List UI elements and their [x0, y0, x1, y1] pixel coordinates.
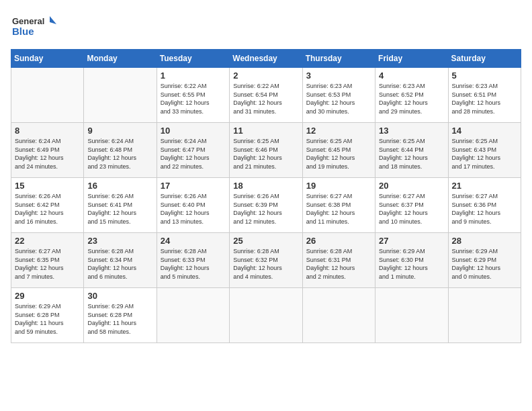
calendar-cell: 3Sunrise: 6:23 AMSunset: 6:53 PMDaylight…	[302, 68, 375, 123]
calendar-week-1: 8Sunrise: 6:24 AMSunset: 6:49 PMDaylight…	[11, 123, 521, 178]
svg-marker-2	[50, 16, 56, 24]
day-number: 25	[233, 236, 298, 246]
calendar-cell: 10Sunrise: 6:24 AMSunset: 6:47 PMDayligh…	[157, 123, 229, 178]
calendar-cell: 21Sunrise: 6:27 AMSunset: 6:36 PMDayligh…	[448, 178, 521, 233]
day-info: Sunrise: 6:25 AMSunset: 6:43 PMDaylight:…	[452, 138, 501, 170]
day-info: Sunrise: 6:24 AMSunset: 6:49 PMDaylight:…	[15, 138, 64, 170]
calendar-cell: 23Sunrise: 6:28 AMSunset: 6:34 PMDayligh…	[84, 233, 157, 288]
calendar-cell	[84, 68, 157, 123]
calendar-cell: 12Sunrise: 6:25 AMSunset: 6:45 PMDayligh…	[302, 123, 375, 178]
calendar-cell: 5Sunrise: 6:23 AMSunset: 6:51 PMDaylight…	[448, 68, 521, 123]
day-info: Sunrise: 6:22 AMSunset: 6:55 PMDaylight:…	[161, 83, 210, 115]
calendar-cell: 18Sunrise: 6:26 AMSunset: 6:39 PMDayligh…	[230, 178, 302, 233]
calendar-cell: 28Sunrise: 6:29 AMSunset: 6:29 PMDayligh…	[448, 233, 521, 288]
calendar-cell: 13Sunrise: 6:25 AMSunset: 6:44 PMDayligh…	[375, 123, 448, 178]
day-number: 21	[452, 181, 517, 191]
day-info: Sunrise: 6:25 AMSunset: 6:44 PMDaylight:…	[379, 138, 428, 170]
day-info: Sunrise: 6:29 AMSunset: 6:28 PMDaylight:…	[87, 303, 136, 335]
day-number: 14	[452, 126, 517, 136]
day-info: Sunrise: 6:28 AMSunset: 6:31 PMDaylight:…	[306, 248, 355, 280]
day-number: 17	[161, 181, 226, 191]
calendar-cell	[11, 68, 84, 123]
day-number: 27	[379, 236, 444, 246]
day-info: Sunrise: 6:24 AMSunset: 6:47 PMDaylight:…	[161, 138, 210, 170]
header-wednesday: Wednesday	[230, 50, 302, 68]
calendar-cell: 15Sunrise: 6:26 AMSunset: 6:42 PMDayligh…	[11, 178, 84, 233]
day-number: 23	[87, 236, 152, 246]
day-number: 15	[15, 181, 80, 191]
day-info: Sunrise: 6:22 AMSunset: 6:54 PMDaylight:…	[233, 83, 282, 115]
day-number: 28	[452, 236, 517, 246]
day-info: Sunrise: 6:24 AMSunset: 6:48 PMDaylight:…	[87, 138, 136, 170]
day-info: Sunrise: 6:27 AMSunset: 6:37 PMDaylight:…	[379, 193, 428, 225]
day-number: 4	[379, 71, 444, 81]
calendar-cell	[230, 288, 302, 343]
day-info: Sunrise: 6:29 AMSunset: 6:28 PMDaylight:…	[15, 303, 64, 335]
logo: General Blue	[11, 11, 58, 41]
day-number: 30	[87, 291, 152, 301]
logo-svg: General Blue	[11, 11, 58, 41]
calendar-cell: 11Sunrise: 6:25 AMSunset: 6:46 PMDayligh…	[230, 123, 302, 178]
calendar-cell: 24Sunrise: 6:28 AMSunset: 6:33 PMDayligh…	[157, 233, 229, 288]
day-number: 1	[161, 71, 226, 81]
day-info: Sunrise: 6:26 AMSunset: 6:42 PMDaylight:…	[15, 193, 64, 225]
header-friday: Friday	[375, 50, 448, 68]
day-number: 22	[15, 236, 80, 246]
day-number: 5	[452, 71, 517, 81]
day-number: 29	[15, 291, 80, 301]
calendar-week-4: 29Sunrise: 6:29 AMSunset: 6:28 PMDayligh…	[11, 288, 521, 343]
day-info: Sunrise: 6:27 AMSunset: 6:35 PMDaylight:…	[15, 248, 64, 280]
day-info: Sunrise: 6:28 AMSunset: 6:33 PMDaylight:…	[161, 248, 210, 280]
header-saturday: Saturday	[448, 50, 521, 68]
day-info: Sunrise: 6:27 AMSunset: 6:38 PMDaylight:…	[306, 193, 355, 225]
day-info: Sunrise: 6:28 AMSunset: 6:32 PMDaylight:…	[233, 248, 282, 280]
day-number: 19	[306, 181, 371, 191]
calendar-week-2: 15Sunrise: 6:26 AMSunset: 6:42 PMDayligh…	[11, 178, 521, 233]
calendar-cell	[448, 288, 521, 343]
calendar-cell	[157, 288, 229, 343]
header-sunday: Sunday	[11, 50, 84, 68]
day-info: Sunrise: 6:29 AMSunset: 6:30 PMDaylight:…	[379, 248, 428, 280]
day-number: 20	[379, 181, 444, 191]
day-number: 9	[87, 126, 152, 136]
calendar-cell: 4Sunrise: 6:23 AMSunset: 6:52 PMDaylight…	[375, 68, 448, 123]
calendar-cell: 26Sunrise: 6:28 AMSunset: 6:31 PMDayligh…	[302, 233, 375, 288]
page-header: General Blue	[11, 11, 521, 41]
calendar-cell: 27Sunrise: 6:29 AMSunset: 6:30 PMDayligh…	[375, 233, 448, 288]
calendar-week-0: 1Sunrise: 6:22 AMSunset: 6:55 PMDaylight…	[11, 68, 521, 123]
day-number: 3	[306, 71, 371, 81]
calendar-cell: 2Sunrise: 6:22 AMSunset: 6:54 PMDaylight…	[230, 68, 302, 123]
calendar-cell	[375, 288, 448, 343]
calendar-cell: 8Sunrise: 6:24 AMSunset: 6:49 PMDaylight…	[11, 123, 84, 178]
calendar-cell: 20Sunrise: 6:27 AMSunset: 6:37 PMDayligh…	[375, 178, 448, 233]
calendar-cell: 19Sunrise: 6:27 AMSunset: 6:38 PMDayligh…	[302, 178, 375, 233]
day-info: Sunrise: 6:29 AMSunset: 6:29 PMDaylight:…	[452, 248, 501, 280]
calendar-table: SundayMondayTuesdayWednesdayThursdayFrid…	[11, 49, 521, 343]
day-info: Sunrise: 6:23 AMSunset: 6:51 PMDaylight:…	[452, 83, 501, 115]
header-monday: Monday	[84, 50, 157, 68]
day-info: Sunrise: 6:26 AMSunset: 6:41 PMDaylight:…	[87, 193, 136, 225]
day-number: 8	[15, 126, 80, 136]
day-info: Sunrise: 6:28 AMSunset: 6:34 PMDaylight:…	[87, 248, 136, 280]
calendar-cell: 25Sunrise: 6:28 AMSunset: 6:32 PMDayligh…	[230, 233, 302, 288]
day-info: Sunrise: 6:25 AMSunset: 6:45 PMDaylight:…	[306, 138, 355, 170]
calendar-body: 1Sunrise: 6:22 AMSunset: 6:55 PMDaylight…	[11, 68, 521, 343]
calendar-cell: 30Sunrise: 6:29 AMSunset: 6:28 PMDayligh…	[84, 288, 157, 343]
calendar-cell: 17Sunrise: 6:26 AMSunset: 6:40 PMDayligh…	[157, 178, 229, 233]
day-number: 18	[233, 181, 298, 191]
calendar-header-row: SundayMondayTuesdayWednesdayThursdayFrid…	[11, 50, 521, 68]
day-info: Sunrise: 6:27 AMSunset: 6:36 PMDaylight:…	[452, 193, 501, 225]
header-tuesday: Tuesday	[157, 50, 229, 68]
svg-text:Blue: Blue	[12, 26, 34, 37]
day-info: Sunrise: 6:23 AMSunset: 6:52 PMDaylight:…	[379, 83, 428, 115]
calendar-cell: 1Sunrise: 6:22 AMSunset: 6:55 PMDaylight…	[157, 68, 229, 123]
day-number: 12	[306, 126, 371, 136]
calendar-cell: 14Sunrise: 6:25 AMSunset: 6:43 PMDayligh…	[448, 123, 521, 178]
day-info: Sunrise: 6:26 AMSunset: 6:39 PMDaylight:…	[233, 193, 282, 225]
calendar-cell	[302, 288, 375, 343]
day-info: Sunrise: 6:26 AMSunset: 6:40 PMDaylight:…	[161, 193, 210, 225]
day-number: 11	[233, 126, 298, 136]
day-info: Sunrise: 6:23 AMSunset: 6:53 PMDaylight:…	[306, 83, 355, 115]
calendar-cell: 29Sunrise: 6:29 AMSunset: 6:28 PMDayligh…	[11, 288, 84, 343]
day-number: 24	[161, 236, 226, 246]
